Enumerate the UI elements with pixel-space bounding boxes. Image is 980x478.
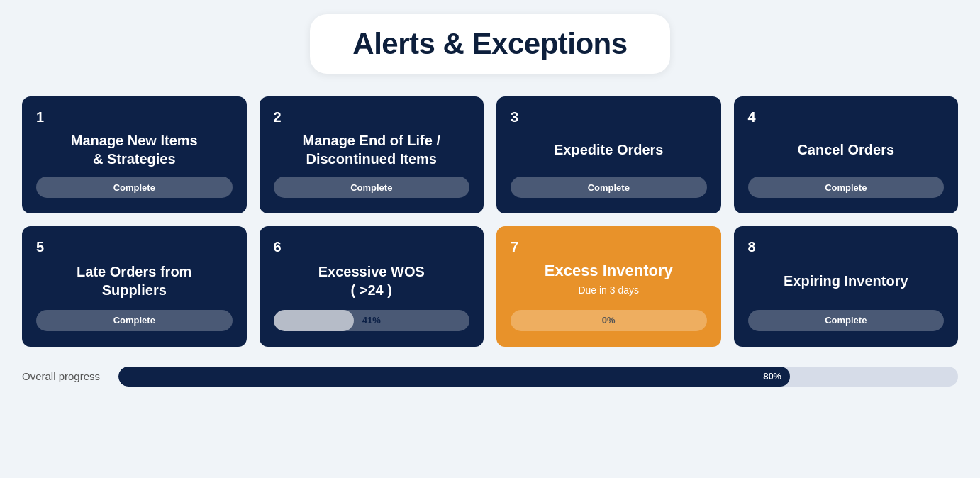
card-6-progress-bar: 41% — [274, 310, 470, 331]
card-3[interactable]: 3Expedite OrdersComplete — [496, 96, 721, 213]
card-7-number: 7 — [511, 239, 707, 255]
overall-progress-bar-bg: 80% — [118, 367, 958, 387]
card-1-complete-badge: Complete — [36, 177, 233, 198]
card-4-title: Cancel Orders — [748, 131, 945, 168]
card-2[interactable]: 2Manage End of Life / Discontinued Items… — [260, 96, 484, 213]
card-4-number: 4 — [748, 109, 945, 126]
card-3-complete-badge: Complete — [511, 177, 707, 198]
card-1-number: 1 — [36, 109, 233, 126]
card-6-number: 6 — [274, 239, 470, 255]
card-4[interactable]: 4Cancel OrdersComplete — [734, 96, 959, 213]
card-8-number: 8 — [748, 239, 945, 255]
card-7-title: Excess Inventory — [511, 261, 707, 282]
card-5-number: 5 — [36, 239, 233, 255]
page-title: Alerts & Exceptions — [352, 27, 627, 61]
card-2-complete-badge: Complete — [274, 177, 470, 198]
cards-grid: 1Manage New Items & StrategiesComplete2M… — [22, 96, 958, 347]
overall-progress-section: Overall progress 80% — [22, 367, 958, 387]
card-2-title: Manage End of Life / Discontinued Items — [274, 131, 470, 168]
overall-progress-bar-fill: 80% — [118, 367, 790, 387]
card-7[interactable]: 7Excess InventoryDue in 3 days0% — [496, 226, 721, 347]
card-7-progress-label: 0% — [511, 315, 707, 326]
card-2-number: 2 — [274, 109, 470, 126]
card-3-number: 3 — [511, 109, 707, 126]
card-6[interactable]: 6Excessive WOS ( >24 )41% — [260, 226, 484, 347]
card-5-complete-badge: Complete — [36, 310, 233, 331]
overall-progress-label: Overall progress — [22, 370, 107, 382]
card-5-title: Late Orders from Suppliers — [36, 261, 233, 301]
card-8-title: Expiring Inventory — [748, 261, 945, 301]
card-1[interactable]: 1Manage New Items & StrategiesComplete — [22, 96, 247, 213]
card-4-complete-badge: Complete — [748, 177, 945, 198]
card-7-progress-bar: 0% — [511, 310, 707, 331]
card-8[interactable]: 8Expiring InventoryComplete — [734, 226, 959, 347]
card-8-complete-badge: Complete — [748, 310, 945, 331]
card-6-progress-label: 41% — [274, 315, 470, 326]
overall-progress-percent: 80% — [763, 371, 781, 382]
page-title-wrapper: Alerts & Exceptions — [310, 14, 669, 74]
card-6-title: Excessive WOS ( >24 ) — [274, 261, 470, 301]
card-7-subtitle: Due in 3 days — [511, 284, 707, 296]
card-1-title: Manage New Items & Strategies — [36, 131, 233, 168]
card-5[interactable]: 5Late Orders from SuppliersComplete — [22, 226, 247, 347]
card-3-title: Expedite Orders — [511, 131, 707, 168]
